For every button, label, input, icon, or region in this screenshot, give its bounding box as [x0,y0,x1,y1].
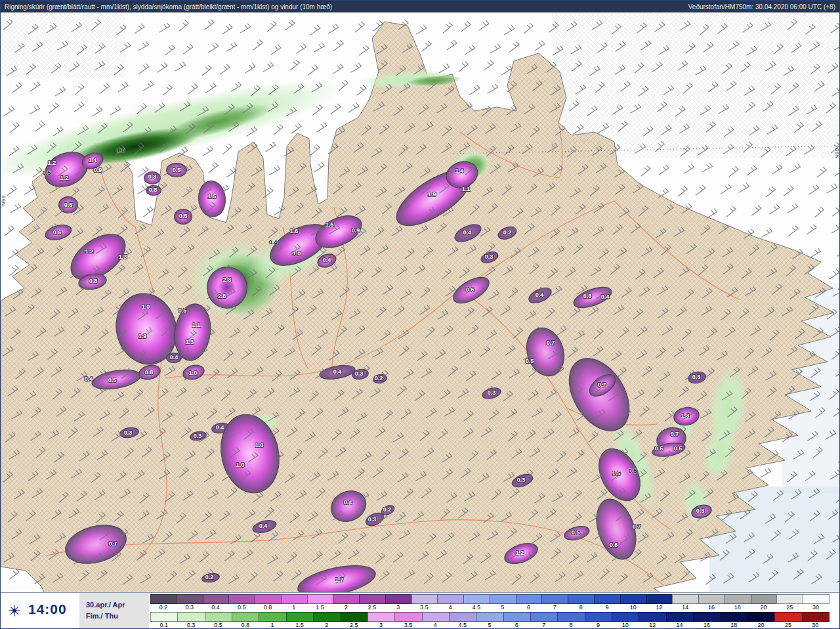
precip-value-label: 0.8 [145,369,154,376]
precip-value-label: 0.3 [368,516,377,523]
precip-value-label: 1.3 [186,339,194,345]
precip-value-label: 0.4 [344,499,352,506]
precip-purple-blob [501,539,541,569]
legend-value: 0.4 [203,604,229,611]
legend-value: 1 [281,604,307,611]
precip-value-label: 0.3 [488,389,496,396]
precip-value-label: 1.0 [117,147,125,154]
precip-value-label: 2.3 [223,276,232,283]
legend-value: 18 [724,604,751,611]
legend-value: 3.5 [394,622,421,628]
legend-value: 8 [568,604,594,611]
legend-cell: 4 [437,594,463,611]
precip-value-label: 1.2 [516,550,524,556]
precip-value-label: 2.8 [218,293,226,299]
legend-swatch [612,612,639,622]
precip-value-label: 0.6 [53,229,62,236]
precip-purple-blob [77,271,108,292]
precip-green-area [360,68,455,91]
legend-swatch [568,594,595,604]
precip-value-label: 0.5 [173,167,181,173]
precip-value-label: 0.2 [205,574,214,580]
precip-purple-blob [181,362,207,382]
legend-cell: 7 [530,612,557,628]
legend-cell: 9 [594,594,620,611]
legend-cell: 30 [802,612,829,628]
precip-purple-blob [79,150,106,172]
legend-cell: 12 [646,594,673,611]
legend-value: 1.5 [307,604,333,611]
precip-value-label: 0.5 [526,358,534,364]
legend-cell: 10 [612,612,639,628]
legend-value: 6 [516,604,542,611]
legend-swatch [368,612,395,622]
precip-purple-blob [372,373,388,385]
legend-cell: 16 [693,612,720,628]
precip-purple-blob [690,502,713,521]
precip-purple-blob [263,215,335,274]
precip-purple-blob [171,301,215,364]
legend-swatch [449,612,476,622]
legend-swatch [803,594,830,604]
legend-swatch [776,594,803,604]
legend-cell: 4.5 [463,594,490,611]
precip-value-label: 0.4 [259,523,268,529]
precip-purple-blob [590,441,649,508]
precip-value-label: 1.6 [290,228,299,234]
legend-cell: 4.5 [449,612,476,628]
date-line-2: Fim./ Thu [86,611,149,622]
road-network [47,122,739,585]
precip-value-label: 0.4 [333,368,342,375]
precip-purple-blob [480,385,502,401]
base-map [1,1,840,629]
legend-cell: 0.4 [203,594,229,611]
legend-value: 7 [541,604,568,611]
precip-purple-blob [510,471,535,490]
precip-value-label: 1.7 [335,576,344,583]
precip-purple-blob [379,503,396,517]
legend-cell: 20 [747,612,774,628]
legend-value: 0.5 [205,622,232,628]
precip-purple-blob [166,353,182,363]
precip-value-label: 0.2 [383,506,392,513]
legend-cell: 14 [672,594,698,611]
precip-green-area [240,210,346,297]
legend-cell: 6 [503,612,530,628]
legend-cell: 0.2 [150,594,177,611]
legend-cell: 14 [666,612,693,628]
precip-purple-blob [526,284,555,307]
legend-swatch [385,594,412,604]
precip-purple-blob [672,405,701,428]
legend-swatch [422,612,450,622]
legend-value: 30 [803,604,829,611]
legend-value: 0.8 [232,622,259,628]
legend-cell: 5 [490,594,516,611]
legend-value: 0.3 [177,622,204,628]
precip-purple-blob [119,426,140,440]
precip-purple-blob [189,430,207,442]
precip-value-label: 0.5 [674,445,682,452]
legend-value: 10 [612,622,639,628]
precip-purple-blob [58,196,78,213]
precip-value-label: 0.3 [517,477,526,483]
legend-cell: 8 [557,612,584,628]
precip-purple-blob [364,510,387,529]
precip-purple-blob [351,368,369,381]
legend-value: 20 [747,622,774,628]
legend-value: 2 [313,622,340,628]
precip-purple-blob [562,523,591,543]
legend-swatch [724,594,751,604]
legend-value: 0.1 [150,622,177,628]
precip-purple-blob [137,362,163,382]
precip-value-label: 0.7 [598,381,606,388]
legend-cell: 2 [333,594,359,611]
precip-value-label: 0.8 [89,278,98,284]
precip-purple-blob [654,424,689,455]
precip-purple-blob [60,519,131,571]
precip-green-area [68,120,202,172]
precip-value-label: 0.5 [108,377,117,383]
sea-tint [782,283,840,493]
legend-swatch [620,594,647,604]
legend-cell: 3.5 [411,594,438,611]
precip-green-layer [1,1,840,629]
